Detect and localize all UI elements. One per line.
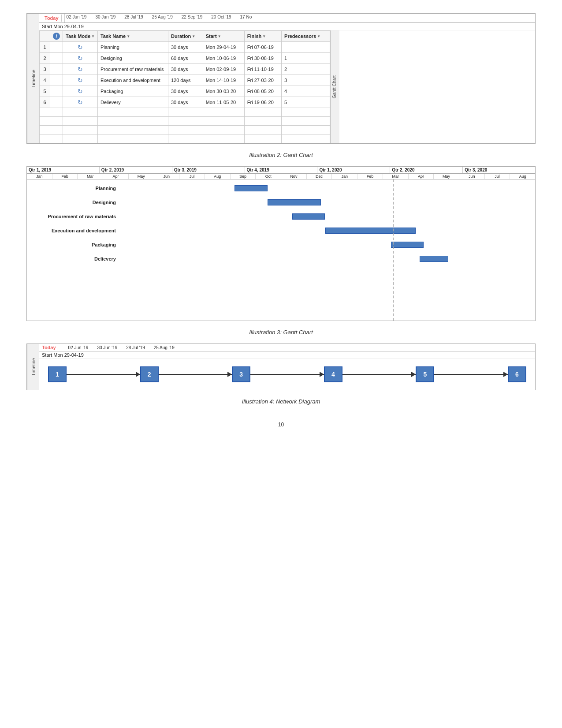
predecessors-cell: 4 — [282, 86, 330, 97]
network-timeline-label: Timeline — [31, 358, 36, 376]
task-name-cell: Planning — [97, 42, 168, 53]
th-task-name-label: Task Name — [100, 34, 126, 39]
network-start-row: Start Mon 29-04-19 — [39, 351, 535, 359]
row-num: 1 — [40, 42, 50, 53]
gantt-bar-area — [119, 256, 531, 262]
empty-info — [50, 134, 63, 143]
date-5: 22 Sep '19 — [182, 15, 203, 22]
gantt-sidebar-label: Gantt Chart — [331, 30, 339, 143]
month-jan2: Jan — [332, 174, 357, 179]
row-num: 3 — [40, 64, 50, 75]
qtr-5: Qtr 1, 2020 — [317, 167, 390, 173]
gantt-bar-area-empty — [339, 30, 535, 143]
month-apr2: Apr — [409, 174, 434, 179]
predecessors-cell — [282, 42, 330, 53]
network-top-bar: Today 02 Jun '19 30 Jun '19 28 Jul '19 2… — [39, 344, 535, 351]
gantt-bar-area — [119, 199, 531, 205]
network-arrow-4-5 — [342, 374, 416, 375]
date-2: 30 Jun '19 — [95, 15, 115, 22]
month-oct1: Oct — [256, 174, 281, 179]
duration-arrow-icon[interactable]: ▼ — [192, 34, 195, 38]
empty-num — [40, 108, 50, 117]
gantt-bar — [292, 213, 325, 220]
month-jun1: Jun — [154, 174, 180, 179]
gantt-bar-area — [119, 213, 531, 220]
start-cell: Mon 02-09-19 — [203, 64, 244, 75]
finish-arrow-icon[interactable]: ▼ — [262, 34, 266, 38]
predecessors-cell: 5 — [282, 97, 330, 108]
gantt-chart-section: Qtr 1, 2019 Qtr 2, 2019 Qtr 3, 2019 Qtr … — [26, 166, 536, 321]
top-date-bar: Today 02 Jun '19 30 Jun '19 28 Jul '19 2… — [39, 14, 535, 23]
gantt-bar-row: Delievery — [31, 254, 531, 263]
gantt-bar-label: Delievery — [31, 256, 119, 261]
month-aug2: Aug — [510, 174, 535, 179]
gantt-table-section: Timeline Today 02 Jun '19 30 Jun '19 28 … — [26, 13, 536, 144]
task-mode-cell: ↻ — [63, 42, 98, 53]
task-name-cell: Procurement of raw materials — [97, 64, 168, 75]
th-info-icon: i — [50, 31, 63, 42]
month-jan1: Jan — [27, 174, 52, 179]
network-diagram-area: 1 2 3 4 5 6 — [39, 359, 535, 390]
network-start-label: Start — [42, 352, 52, 358]
start-cell: Mon 14-10-19 — [203, 75, 244, 86]
gantt-bar — [420, 256, 448, 262]
network-node-4: 4 — [324, 366, 342, 382]
today-marker: Today — [42, 15, 62, 22]
network-arrow-1-2 — [67, 374, 140, 375]
empty-info — [50, 126, 63, 134]
gantt-bar-row: Designing — [31, 198, 531, 207]
row-info-cell — [50, 97, 63, 108]
gantt-bar-label: Designing — [31, 200, 119, 205]
network-timeline-sidebar: Timeline — [27, 344, 39, 390]
task-name-cell: Execution and development — [97, 75, 168, 86]
row-num: 4 — [40, 75, 50, 86]
table-row: 5 ↻ Packaging 30 days Mon 30-03-20 Fri 0… — [40, 86, 330, 97]
network-node-6: 6 — [508, 366, 526, 382]
predecessors-cell: 1 — [282, 53, 330, 64]
th-start: Start ▼ — [203, 31, 244, 42]
task-mode-cell: ↻ — [63, 64, 98, 75]
empty-start — [203, 134, 244, 143]
th-start-label: Start — [206, 34, 217, 39]
date-1: 02 Jun '19 — [67, 15, 87, 22]
page-number: 10 — [278, 422, 284, 428]
task-mode-cell: ↻ — [63, 75, 98, 86]
task-mode-cell: ↻ — [63, 97, 98, 108]
start-arrow-icon[interactable]: ▼ — [218, 34, 221, 38]
empty-name — [97, 108, 168, 117]
th-num — [40, 31, 50, 42]
month-dec1: Dec — [307, 174, 332, 179]
date-4: 25 Aug '19 — [152, 15, 173, 22]
th-predecessors: Predecessors ▼ — [282, 31, 330, 42]
month-feb1: Feb — [52, 174, 78, 179]
task-name-arrow-icon[interactable]: ▼ — [127, 34, 130, 38]
table-area: i Task Mode ▼ Task Name ▼ — [39, 30, 535, 143]
predecessors-arrow-icon[interactable]: ▼ — [317, 34, 320, 38]
task-mode-arrow-icon[interactable]: ▼ — [91, 34, 95, 38]
network-node-2: 2 — [140, 366, 159, 382]
gantt-bar-label: Planning — [31, 186, 119, 191]
month-feb2: Feb — [357, 174, 383, 179]
table-row: 3 ↻ Procurement of raw materials 30 days… — [40, 64, 330, 75]
empty-finish — [244, 134, 281, 143]
empty-num — [40, 134, 50, 143]
date-7: 17 No — [240, 15, 252, 22]
caption-illustration2: Illustration 2: Gantt Chart — [249, 152, 313, 158]
row-info-cell — [50, 86, 63, 97]
row-info-cell — [50, 75, 63, 86]
empty-start — [203, 126, 244, 134]
finish-cell: Fri 07-06-19 — [244, 42, 281, 53]
network-node-1: 1 — [48, 366, 67, 382]
network-date-2: 30 Jun '19 — [97, 345, 117, 350]
month-mar1: Mar — [78, 174, 103, 179]
row-num: 5 — [40, 86, 50, 97]
gantt-bar — [391, 242, 424, 248]
duration-cell: 120 days — [168, 75, 203, 86]
table-row: 1 ↻ Planning 30 days Mon 29-04-19 Fri 07… — [40, 42, 330, 53]
row-info-cell — [50, 64, 63, 75]
network-main: Today 02 Jun '19 30 Jun '19 28 Jul '19 2… — [39, 344, 535, 390]
qtr-2: Qtr 2, 2019 — [100, 167, 172, 173]
month-apr1: Apr — [103, 174, 129, 179]
month-nov1: Nov — [281, 174, 307, 179]
empty-mode — [63, 108, 98, 117]
